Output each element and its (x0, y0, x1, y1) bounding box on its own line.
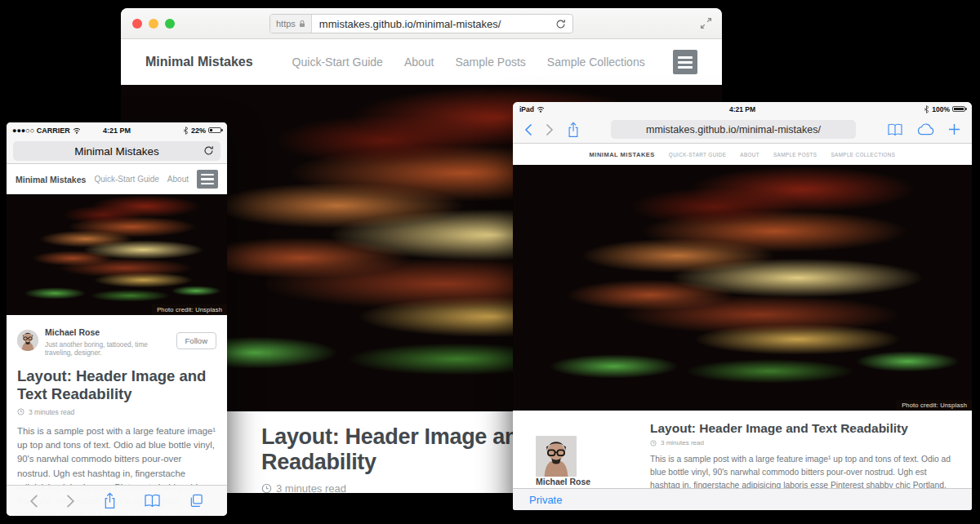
iphone-status-bar: ●●●○○ CARRIER 4:21 PM 22% (7, 122, 227, 138)
clock-icon (261, 483, 272, 493)
window-controls (132, 19, 175, 29)
clock-icon (17, 408, 24, 415)
clock-icon (650, 440, 657, 446)
new-tab-icon[interactable] (948, 123, 960, 135)
share-icon[interactable] (567, 122, 580, 138)
iphone-url-title: Minimal Mistakes (74, 145, 159, 158)
iphone-frame: ●●●○○ CARRIER 4:21 PM 22% Minimal Mistak… (7, 122, 227, 516)
header-image: Photo credit: Unsplash (7, 194, 227, 315)
iphone-site-nav: Minimal Mistakes Quick-Start Guide About (7, 164, 227, 194)
post-paragraph: This is a sample post with a large featu… (650, 453, 957, 488)
nav-sample-collections[interactable]: SAMPLE COLLECTIONS (831, 152, 895, 158)
lock-icon (299, 20, 305, 28)
author-name: Michael Rose (45, 327, 100, 337)
site-brand-link[interactable]: MINIMAL MISTAKES (590, 151, 655, 158)
nav-sample-posts[interactable]: Sample Posts (455, 56, 525, 69)
minimize-window-button[interactable] (149, 19, 158, 29)
iphone-url-row: Minimal Mistakes (7, 138, 227, 164)
tabs-icon[interactable] (189, 493, 204, 508)
read-time: 3 minutes read (29, 408, 74, 416)
menu-button[interactable] (673, 50, 697, 74)
desktop-site-nav: Minimal Mistakes Quick-Start Guide About… (121, 39, 722, 85)
nav-sample-collections[interactable]: Sample Collections (547, 56, 645, 69)
ipad-private-bar: Private (513, 488, 972, 510)
photo-credit-badge: Photo credit: Unsplash (897, 400, 972, 411)
read-time: 3 minutes read (276, 482, 346, 493)
zoom-window-button[interactable] (165, 19, 175, 29)
icloud-icon[interactable] (916, 123, 935, 135)
back-icon[interactable] (29, 494, 38, 508)
status-time: 4:21 PM (513, 105, 972, 113)
status-time: 4:21 PM (7, 127, 227, 135)
author-name: Michael Rose (536, 477, 627, 486)
read-time: 3 minutes read (661, 439, 704, 446)
author-sidebar: Michael Rose Just another boring, tattoo… (536, 421, 627, 488)
url-text[interactable]: mmistakes.github.io/minimal-mistakes/ (312, 18, 555, 30)
header-image: Photo credit: Unsplash (513, 165, 972, 411)
ipad-address-bar[interactable]: mmistakes.github.io/minimal-mistakes/ (611, 120, 856, 139)
https-label: https (276, 19, 296, 29)
nav-quick-start-guide[interactable]: Quick-Start Guide (94, 175, 158, 184)
ipad-status-bar: iPad 4:21 PM 100% (513, 102, 972, 116)
close-window-button[interactable] (132, 19, 142, 29)
post-title: Layout: Header Image and Text Readabilit… (650, 421, 957, 436)
nav-quick-start-guide[interactable]: Quick-Start Guide (292, 56, 383, 69)
private-browsing-button[interactable]: Private (529, 494, 562, 506)
reload-icon[interactable] (203, 145, 214, 156)
ipad-toolbar: mmistakes.github.io/minimal-mistakes/ (513, 116, 972, 144)
battery-icon (208, 127, 221, 133)
nav-about[interactable]: About (167, 175, 189, 184)
author-bio: Just another boring, tattooed, time trav… (45, 340, 176, 357)
site-brand-link[interactable]: Minimal Mistakes (16, 175, 86, 184)
post-title: Layout: Header Image and Text Readabilit… (17, 367, 216, 403)
share-icon[interactable] (103, 492, 117, 509)
address-bar[interactable]: https mmistakes.github.io/minimal-mistak… (270, 14, 573, 33)
site-brand-link[interactable]: Minimal Mistakes (145, 55, 253, 69)
reload-icon[interactable] (555, 19, 566, 29)
nav-about[interactable]: About (404, 56, 434, 69)
menu-button[interactable] (197, 170, 218, 189)
photo-credit-badge: Photo credit: Unsplash (152, 304, 227, 315)
iphone-bottom-toolbar (7, 485, 227, 516)
post-main: Layout: Header Image and Text Readabilit… (627, 421, 957, 488)
ipad-post-content: Michael Rose Just another boring, tattoo… (513, 411, 972, 488)
nav-about[interactable]: ABOUT (740, 152, 760, 158)
ipad-url-text: mmistakes.github.io/minimal-mistakes/ (646, 124, 821, 135)
avatar (17, 330, 38, 351)
desktop-titlebar: https mmistakes.github.io/minimal-mistak… (121, 8, 722, 39)
forward-icon[interactable] (546, 123, 554, 136)
forward-icon[interactable] (66, 494, 75, 508)
bookmarks-icon[interactable] (144, 494, 161, 508)
nav-quick-start-guide[interactable]: QUICK-START GUIDE (669, 152, 726, 158)
iphone-address-bar[interactable]: Minimal Mistakes (13, 141, 220, 161)
back-icon[interactable] (524, 123, 532, 136)
https-badge: https (270, 15, 312, 33)
avatar (536, 436, 627, 477)
author-row: Michael Rose Just another boring, tattoo… (17, 324, 216, 357)
ipad-frame: iPad 4:21 PM 100% mmistakes.github.io/mi… (513, 102, 972, 510)
nav-sample-posts[interactable]: SAMPLE POSTS (773, 152, 817, 158)
battery-icon (952, 106, 965, 112)
ipad-site-nav: MINIMAL MISTAKES QUICK-START GUIDE ABOUT… (513, 144, 972, 165)
follow-button[interactable]: Follow (176, 332, 216, 349)
post-meta: 3 minutes read (650, 439, 957, 446)
post-meta: 3 minutes read (17, 408, 216, 416)
bookmarks-icon[interactable] (887, 123, 903, 136)
composite-screenshot: https mmistakes.github.io/minimal-mistak… (0, 0, 980, 524)
fullscreen-icon[interactable] (700, 17, 712, 29)
